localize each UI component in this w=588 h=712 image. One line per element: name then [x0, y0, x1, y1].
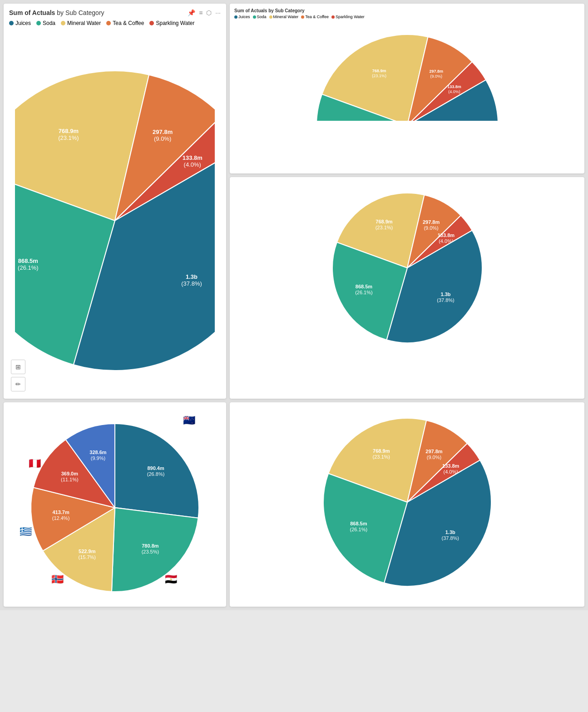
slice-label: (9.0%) — [430, 74, 442, 79]
slice-label: (4.0%) — [443, 469, 458, 475]
slice-label: 297.8m — [153, 129, 173, 135]
slice-label: 297.8m — [422, 219, 440, 224]
legend-dot — [61, 21, 65, 25]
legend-label: Soda — [257, 15, 267, 19]
main-pie-chart: 768.9m(23.1%)297.8m(9.0%)133.8m(4.0%)1.3… — [15, 30, 215, 375]
legend-dot — [149, 21, 154, 25]
legend-item: Mineral Water — [269, 15, 299, 19]
legend-item: Soda — [253, 15, 267, 19]
top-right-chart: 768.9m(23.1%)297.8m(9.0%)133.8m(4.0%)1.3… — [234, 21, 580, 121]
flag-label: 🇬🇷 — [20, 525, 32, 538]
legend-label: Juices — [15, 20, 31, 26]
top-right-legend: JuicesSodaMineral WaterTea & CoffeeSpark… — [234, 15, 580, 19]
slice-label: (26.1%) — [355, 290, 373, 295]
bottom-left-chart: 890.4m(26.8%)780.8m(23.5%)522.9m(15.7%)4… — [9, 408, 221, 598]
slice-label: (9.0%) — [424, 225, 438, 230]
legend-item: Soda — [36, 20, 55, 26]
legend-dot — [9, 21, 14, 25]
filter-icon[interactable]: ≡ — [199, 9, 203, 16]
slice-label: (23.1%) — [58, 134, 79, 141]
slice-label: 133.8m — [442, 463, 460, 469]
flag-label: 🇵🇪 — [29, 457, 41, 470]
legend-label: Sparkling Water — [156, 20, 194, 26]
slice-label: (37.8%) — [437, 297, 455, 303]
legend-item: Mineral Water — [61, 20, 101, 26]
main-chart: 768.9m(23.1%)297.8m(9.0%)133.8m(4.0%)1.3… — [9, 30, 221, 375]
legend-label: Tea & Coffee — [113, 20, 144, 26]
slice-label: 328.6m — [89, 450, 107, 455]
edit-icon-btn[interactable]: ✏ — [11, 377, 25, 391]
slice-label: 1.3b — [440, 292, 450, 297]
slice-label: (37.8%) — [441, 535, 459, 541]
slice-label: (12.4%) — [52, 515, 70, 521]
mid-right-pie: 768.9m(23.1%)297.8m(9.0%)133.8m(4.0%)1.3… — [303, 182, 512, 350]
legend-label: Sparkling Water — [336, 15, 365, 19]
slice-label: (9.0%) — [426, 455, 441, 460]
bottom-right-chart: 768.9m(23.1%)297.8m(9.0%)133.8m(4.0%)1.3… — [234, 407, 580, 598]
legend-label: Mineral Water — [67, 20, 101, 26]
slice-label: 768.9m — [59, 128, 79, 134]
flag-label: 🇪🇬 — [165, 573, 178, 585]
legend-label: Juices — [238, 15, 250, 19]
legend-dot — [106, 21, 111, 25]
table-icon-btn[interactable]: ⊞ — [11, 360, 25, 374]
main-panel-title: Sum of Actuals by Sub Category — [9, 9, 104, 16]
slice-label: 522.9m — [79, 549, 96, 554]
slice-label: (26.1%) — [350, 527, 367, 532]
top-right-pie: 768.9m(23.1%)297.8m(9.0%)133.8m(4.0%)1.3… — [303, 21, 512, 121]
legend-item: Sparkling Water — [149, 20, 194, 26]
slice-label: (26.1%) — [18, 264, 39, 271]
legend-item: Tea & Coffee — [301, 15, 329, 19]
legend-label: Tea & Coffee — [305, 15, 329, 19]
pin-icon[interactable]: 📌 — [188, 9, 195, 16]
slice-label: (23.1%) — [372, 454, 390, 460]
legend-dot — [269, 15, 272, 19]
slice-label: 1.3b — [445, 529, 455, 535]
bottom-right-pie: 768.9m(23.1%)297.8m(9.0%)133.8m(4.0%)1.3… — [303, 407, 512, 598]
slice-label: 413.7m — [52, 509, 69, 515]
panel-toolbar: 📌 ≡ ⬡ ··· — [188, 9, 221, 16]
slice-label: 890.4m — [147, 465, 164, 471]
slice-label: 133.8m — [447, 84, 461, 89]
slice-label: 780.8m — [142, 543, 159, 549]
slice-label: (26.8%) — [147, 471, 165, 477]
expand-icon[interactable]: ⬡ — [206, 9, 212, 16]
legend-item: Juices — [9, 20, 31, 26]
slice-label: (9.9%) — [91, 455, 105, 461]
slice-label: 868.5m — [355, 284, 372, 289]
legend-label: Soda — [43, 20, 55, 26]
slice-label: (23.1%) — [372, 74, 386, 78]
legend-dot — [36, 21, 41, 25]
flag-label: 🇳🇿 — [183, 414, 196, 426]
slice-label: (9.0%) — [154, 135, 171, 142]
title-suffix: by Sub Category — [55, 9, 104, 16]
bottom-left-panel: 890.4m(26.8%)780.8m(23.5%)522.9m(15.7%)4… — [4, 402, 226, 607]
slice-label: 133.8m — [437, 232, 455, 237]
slice-label: 768.9m — [373, 448, 390, 454]
main-panel-header: Sum of Actuals by Sub Category 📌 ≡ ⬡ ··· — [9, 9, 221, 16]
slice-label: (15.7%) — [79, 554, 96, 560]
legend-dot — [253, 15, 256, 19]
slice-label: (23.1%) — [375, 225, 393, 230]
slice-label: 868.5m — [18, 257, 38, 264]
slice-label: 297.8m — [429, 69, 443, 74]
more-icon[interactable]: ··· — [215, 9, 221, 16]
flag-label: 🇳🇴 — [51, 573, 64, 585]
slice-label: (4.0%) — [448, 89, 460, 94]
title-text: Sum of Actuals — [9, 9, 55, 16]
mid-right-panel: 768.9m(23.1%)297.8m(9.0%)133.8m(4.0%)1.3… — [230, 177, 584, 399]
slice-label: 768.9m — [376, 219, 393, 224]
legend-dot — [234, 15, 237, 19]
slice-label: (11.1%) — [61, 477, 79, 482]
legend-dot — [301, 15, 304, 19]
legend-item: Juices — [234, 15, 250, 19]
slice-label: 297.8m — [425, 449, 443, 454]
main-panel: Sum of Actuals by Sub Category 📌 ≡ ⬡ ···… — [4, 4, 226, 399]
legend-label: Mineral Water — [273, 15, 299, 19]
slice-label: 1.3b — [186, 273, 198, 280]
legend-item: Sparkling Water — [331, 15, 365, 19]
dashboard-layout: Sum of Actuals by Sub Category 📌 ≡ ⬡ ···… — [0, 0, 588, 610]
slice-label: 369.0m — [61, 471, 79, 476]
slice-label: 133.8m — [183, 154, 203, 161]
corner-icons: ⊞ ✏ — [11, 360, 25, 391]
